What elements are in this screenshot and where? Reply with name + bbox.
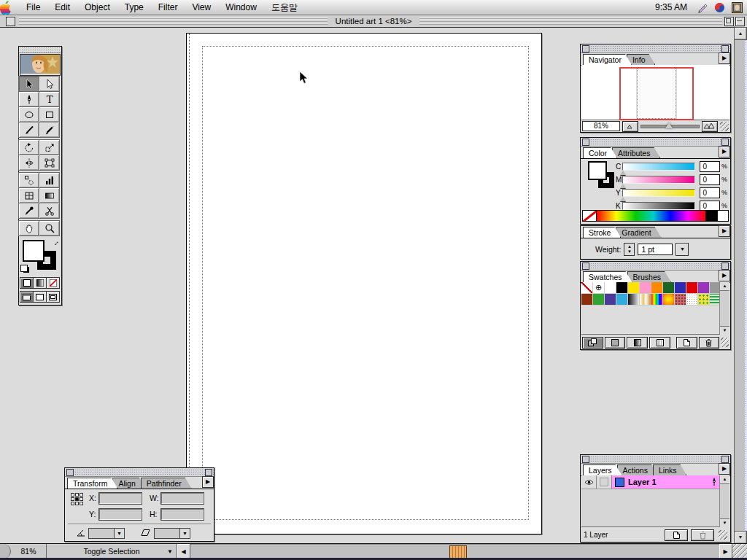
delete-swatch-button[interactable] [699,337,720,349]
menu-item-6[interactable]: Window [218,2,264,12]
palette-title-bar[interactable] [581,262,730,271]
swatch-red[interactable] [686,282,698,294]
collapse-box[interactable] [735,17,745,26]
toolbox-drag-bar[interactable] [19,47,61,53]
fill-swatch[interactable] [23,240,44,262]
reflect-tool[interactable] [18,155,39,171]
palette-title-bar[interactable] [581,138,730,147]
paintbrush-tool[interactable] [18,122,39,138]
color-flyout-button[interactable]: ▶ [719,146,730,158]
w-field[interactable] [161,493,204,504]
tab-info[interactable]: Info [627,54,656,65]
horizontal-scrollbar[interactable] [190,544,719,559]
gradient-mesh-tool[interactable] [18,187,39,203]
type-tool[interactable]: T [39,91,60,107]
swatch-registration[interactable]: ⊕ [593,282,605,294]
swap-fill-stroke-icon[interactable]: ↔ [50,237,61,248]
standard-screen-mode-button[interactable] [20,291,34,303]
menu-item-0[interactable]: File [19,2,47,12]
layers-scroll-up[interactable]: ▲ [720,475,729,484]
fill-proxy[interactable] [588,161,607,180]
menu-item-7[interactable]: 도움말 [264,2,305,12]
document-title-bar[interactable]: Untitled art 1 <81%> [0,15,747,28]
yellow-value-field[interactable]: 0 [700,187,720,198]
magenta-slider[interactable] [622,176,695,184]
color-fill-stroke-proxy[interactable] [588,161,617,190]
graph-tool[interactable] [39,172,60,188]
swatch-indigo[interactable] [605,294,616,306]
layer-lock-toggle[interactable] [597,475,612,489]
resize-grip[interactable] [721,338,729,347]
layer-name[interactable]: Layer 1 [628,478,657,486]
layers-scrollbar[interactable]: ▲ ▼ [719,475,729,527]
swatch-gradient-rainbow[interactable] [651,294,663,306]
scroll-left-button[interactable]: ◀ [177,544,190,559]
swatch-yellow[interactable] [628,282,640,294]
zoom-out-button[interactable] [622,121,638,132]
resize-grip[interactable] [720,122,729,131]
palette-collapse-box[interactable] [721,262,729,270]
selection-tool[interactable] [18,76,39,92]
zoom-slider-thumb[interactable] [665,122,673,128]
horizontal-scroll-thumb[interactable] [449,545,467,559]
palette-close-box[interactable] [582,456,589,463]
statusbar-zoom-field[interactable]: 81% [11,544,47,559]
swatch-gradient-black-white[interactable] [628,294,640,306]
menu-item-4[interactable]: Filter [151,2,185,12]
scissors-tool[interactable] [39,203,60,219]
window-resize-grip[interactable] [732,544,747,559]
menu-item-2[interactable]: Object [77,2,117,12]
resize-grip[interactable] [719,530,727,540]
cyan-slider[interactable] [622,163,695,171]
palette-collapse-box[interactable] [721,45,729,52]
spectrum-black-swatch[interactable] [705,211,717,221]
palette-close-box[interactable] [582,262,589,270]
swatch-none[interactable] [581,282,593,294]
magenta-value-field[interactable]: 0 [700,174,720,185]
layers-flyout-button[interactable]: ▶ [719,463,730,475]
show-all-swatches-button[interactable] [582,337,603,349]
application-menu-icon[interactable] [732,2,743,13]
show-color-swatches-button[interactable] [605,337,626,349]
rotate-tool[interactable] [18,139,39,155]
swatch-black[interactable] [616,282,628,294]
shear-combo[interactable]: ▼ [154,528,190,539]
swatches-scroll-down[interactable]: ▼ [720,326,729,335]
navigator-flyout-button[interactable]: ▶ [719,52,730,64]
swatch-maroon[interactable] [581,294,593,306]
palette-close-box[interactable] [66,469,74,476]
tab-swatches[interactable]: Swatches [583,271,632,282]
tab-attributes[interactable]: Attributes [612,147,660,158]
spectrum-white-swatch[interactable] [717,211,728,221]
menubar-clock[interactable]: 9:35 AM [655,2,690,12]
palette-collapse-box[interactable] [721,456,729,463]
color-spectrum-bar[interactable] [582,210,729,222]
tab-brushes[interactable]: Brushes [627,271,672,282]
none-mode-button[interactable] [46,277,60,289]
swatch-purple[interactable] [698,282,710,294]
navigator-preview[interactable] [581,65,729,120]
close-box[interactable] [6,17,15,26]
navigator-zoom-field[interactable]: 81% [582,121,620,131]
rectangle-tool[interactable] [39,106,60,122]
layer-row[interactable]: Layer 1 [581,475,720,489]
pen-tool[interactable] [18,91,39,107]
new-swatch-button[interactable] [676,337,697,349]
swatch-white[interactable] [605,282,616,294]
swatch-cyan-blue[interactable] [616,294,628,306]
gradient-tool[interactable] [39,187,60,203]
fill-stroke-proxy[interactable]: ↔ [20,238,60,275]
show-pattern-swatches-button[interactable] [649,337,670,349]
free-transform-tool[interactable] [39,155,60,171]
swatch-pattern-dots[interactable] [686,294,698,306]
swatch-gradient-gold[interactable] [640,294,651,306]
fullscreen-mode-button[interactable] [46,291,60,303]
zoom-tool[interactable] [39,220,60,236]
eyedropper-tool[interactable] [18,203,39,219]
yellow-slider[interactable] [622,189,695,197]
gradient-mode-button[interactable] [33,277,47,289]
hand-tool[interactable] [18,220,39,236]
layer-name-area[interactable]: Layer 1 [612,475,720,489]
weight-dropdown-button[interactable]: ▼ [676,243,689,256]
rotate-combo[interactable]: ▼ [88,528,125,539]
